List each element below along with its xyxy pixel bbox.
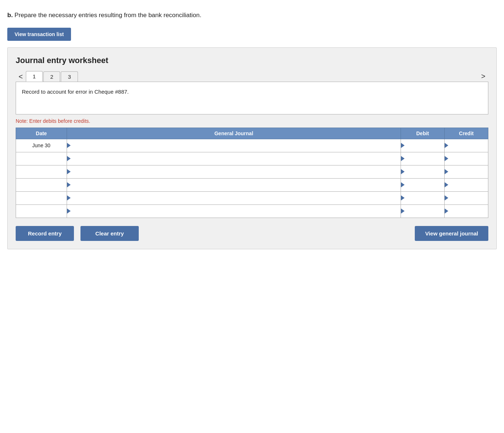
col-header-date: Date xyxy=(16,128,67,139)
general-journal-input-3[interactable] xyxy=(72,179,401,191)
credit-input-5[interactable] xyxy=(450,205,488,218)
tabs-row: < 1 2 3 > xyxy=(16,71,488,82)
general-journal-cell-2[interactable] xyxy=(67,165,401,178)
journal-table: Date General Journal Debit Credit June 3… xyxy=(16,128,488,218)
credit-input-2[interactable] xyxy=(450,165,488,178)
table-row xyxy=(16,178,488,191)
view-transaction-button[interactable]: View transaction list xyxy=(7,28,71,41)
debit-input-1[interactable] xyxy=(406,152,444,165)
arrow-icon xyxy=(401,169,405,174)
arrow-icon xyxy=(401,182,405,187)
arrow-icon xyxy=(445,182,448,187)
action-buttons-row: Record entry Clear entry View general jo… xyxy=(16,226,488,241)
date-cell-4 xyxy=(16,191,67,204)
arrow-icon xyxy=(445,143,448,148)
debit-cell-4[interactable] xyxy=(401,191,445,204)
col-header-debit: Debit xyxy=(401,128,445,139)
arrow-icon xyxy=(67,143,71,148)
general-journal-cell-5[interactable] xyxy=(67,204,401,218)
debit-input-2[interactable] xyxy=(406,165,444,178)
date-cell-1 xyxy=(16,152,67,165)
date-cell-2 xyxy=(16,165,67,178)
general-journal-input-5[interactable] xyxy=(72,205,401,218)
arrow-icon xyxy=(67,208,71,214)
arrow-icon xyxy=(67,182,71,187)
general-journal-cell-1[interactable] xyxy=(67,152,401,165)
credit-input-3[interactable] xyxy=(450,179,488,191)
general-journal-input-2[interactable] xyxy=(72,165,401,178)
general-journal-cell-0[interactable] xyxy=(67,139,401,152)
arrow-icon xyxy=(445,169,448,174)
next-tab-button[interactable]: > xyxy=(478,71,488,81)
arrow-icon xyxy=(401,208,405,214)
credit-cell-2[interactable] xyxy=(445,165,488,178)
general-journal-input-1[interactable] xyxy=(72,152,401,165)
view-general-journal-button[interactable]: View general journal xyxy=(415,226,488,241)
worksheet-title: Journal entry worksheet xyxy=(16,56,488,65)
credit-cell-1[interactable] xyxy=(445,152,488,165)
debit-cell-1[interactable] xyxy=(401,152,445,165)
col-header-general-journal: General Journal xyxy=(67,128,401,139)
note-text: Note: Enter debits before credits. xyxy=(16,118,488,124)
general-journal-cell-3[interactable] xyxy=(67,178,401,191)
arrow-icon xyxy=(445,156,448,161)
date-cell-3 xyxy=(16,178,67,191)
tab-1[interactable]: 1 xyxy=(26,71,43,82)
tab-2[interactable]: 2 xyxy=(43,71,60,82)
date-cell-5 xyxy=(16,204,67,218)
clear-entry-button[interactable]: Clear entry xyxy=(80,226,139,241)
arrow-icon xyxy=(401,156,405,161)
table-row xyxy=(16,165,488,178)
general-journal-input-4[interactable] xyxy=(72,192,401,204)
credit-cell-5[interactable] xyxy=(445,204,488,218)
prev-tab-button[interactable]: < xyxy=(16,71,26,82)
arrow-icon xyxy=(67,169,71,174)
arrow-icon xyxy=(401,143,405,148)
tab-content-area: Record to account for error in Cheque #8… xyxy=(16,82,488,114)
table-row xyxy=(16,204,488,218)
table-row: June 30 xyxy=(16,139,488,152)
arrow-icon xyxy=(67,156,71,161)
arrow-icon xyxy=(445,208,448,214)
debit-input-4[interactable] xyxy=(406,192,444,204)
debit-cell-2[interactable] xyxy=(401,165,445,178)
credit-cell-3[interactable] xyxy=(445,178,488,191)
general-journal-input-0[interactable] xyxy=(72,139,401,152)
general-journal-cell-4[interactable] xyxy=(67,191,401,204)
credit-cell-0[interactable] xyxy=(445,139,488,152)
credit-cell-4[interactable] xyxy=(445,191,488,204)
credit-input-0[interactable] xyxy=(450,139,488,152)
table-row xyxy=(16,152,488,165)
debit-input-3[interactable] xyxy=(406,179,444,191)
debit-input-0[interactable] xyxy=(406,139,444,152)
arrow-icon xyxy=(67,195,71,200)
debit-cell-5[interactable] xyxy=(401,204,445,218)
date-cell-0: June 30 xyxy=(16,139,67,152)
debit-cell-0[interactable] xyxy=(401,139,445,152)
debit-input-5[interactable] xyxy=(406,205,444,218)
table-row xyxy=(16,191,488,204)
credit-input-1[interactable] xyxy=(450,152,488,165)
credit-input-4[interactable] xyxy=(450,192,488,204)
tab-3[interactable]: 3 xyxy=(61,71,78,82)
journal-entry-worksheet: Journal entry worksheet < 1 2 3 > Record… xyxy=(7,47,497,249)
col-header-credit: Credit xyxy=(445,128,488,139)
tab-instruction-text: Record to account for error in Cheque #8… xyxy=(22,89,482,95)
page-title: b. Prepare the necessary entries resulti… xyxy=(7,11,497,20)
arrow-icon xyxy=(445,195,448,200)
record-entry-button[interactable]: Record entry xyxy=(16,226,74,241)
debit-cell-3[interactable] xyxy=(401,178,445,191)
arrow-icon xyxy=(401,195,405,200)
